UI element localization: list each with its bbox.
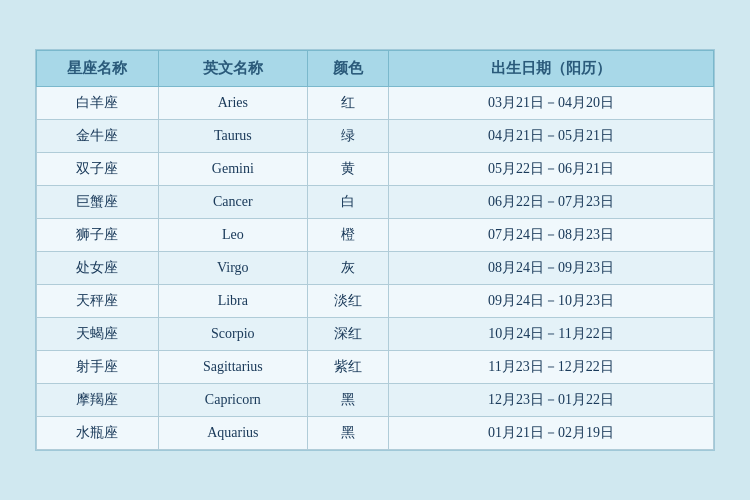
- cell-color: 深红: [307, 318, 388, 351]
- cell-date: 12月23日－01月22日: [389, 384, 714, 417]
- table-header-row: 星座名称 英文名称 颜色 出生日期（阳历）: [37, 51, 714, 87]
- table-row: 天秤座Libra淡红09月24日－10月23日: [37, 285, 714, 318]
- cell-chinese: 金牛座: [37, 120, 159, 153]
- table-row: 摩羯座Capricorn黑12月23日－01月22日: [37, 384, 714, 417]
- cell-english: Capricorn: [158, 384, 307, 417]
- table-row: 白羊座Aries红03月21日－04月20日: [37, 87, 714, 120]
- cell-date: 08月24日－09月23日: [389, 252, 714, 285]
- cell-color: 黑: [307, 384, 388, 417]
- table-row: 巨蟹座Cancer白06月22日－07月23日: [37, 186, 714, 219]
- cell-english: Libra: [158, 285, 307, 318]
- cell-english: Scorpio: [158, 318, 307, 351]
- cell-color: 红: [307, 87, 388, 120]
- table-row: 天蝎座Scorpio深红10月24日－11月22日: [37, 318, 714, 351]
- cell-date: 05月22日－06月21日: [389, 153, 714, 186]
- table-row: 双子座Gemini黄05月22日－06月21日: [37, 153, 714, 186]
- table-row: 水瓶座Aquarius黑01月21日－02月19日: [37, 417, 714, 450]
- header-date: 出生日期（阳历）: [389, 51, 714, 87]
- cell-english: Sagittarius: [158, 351, 307, 384]
- cell-date: 01月21日－02月19日: [389, 417, 714, 450]
- cell-color: 黑: [307, 417, 388, 450]
- cell-english: Gemini: [158, 153, 307, 186]
- cell-date: 04月21日－05月21日: [389, 120, 714, 153]
- zodiac-table-container: 星座名称 英文名称 颜色 出生日期（阳历） 白羊座Aries红03月21日－04…: [35, 49, 715, 451]
- cell-date: 03月21日－04月20日: [389, 87, 714, 120]
- table-row: 金牛座Taurus绿04月21日－05月21日: [37, 120, 714, 153]
- cell-color: 灰: [307, 252, 388, 285]
- cell-date: 11月23日－12月22日: [389, 351, 714, 384]
- cell-chinese: 天蝎座: [37, 318, 159, 351]
- cell-date: 10月24日－11月22日: [389, 318, 714, 351]
- cell-chinese: 射手座: [37, 351, 159, 384]
- cell-chinese: 水瓶座: [37, 417, 159, 450]
- cell-chinese: 双子座: [37, 153, 159, 186]
- table-row: 射手座Sagittarius紫红11月23日－12月22日: [37, 351, 714, 384]
- cell-english: Aries: [158, 87, 307, 120]
- cell-color: 紫红: [307, 351, 388, 384]
- header-color: 颜色: [307, 51, 388, 87]
- table-row: 狮子座Leo橙07月24日－08月23日: [37, 219, 714, 252]
- cell-chinese: 狮子座: [37, 219, 159, 252]
- cell-color: 绿: [307, 120, 388, 153]
- cell-date: 09月24日－10月23日: [389, 285, 714, 318]
- cell-english: Cancer: [158, 186, 307, 219]
- cell-chinese: 巨蟹座: [37, 186, 159, 219]
- cell-date: 06月22日－07月23日: [389, 186, 714, 219]
- cell-chinese: 天秤座: [37, 285, 159, 318]
- cell-color: 黄: [307, 153, 388, 186]
- cell-color: 橙: [307, 219, 388, 252]
- header-english: 英文名称: [158, 51, 307, 87]
- cell-chinese: 处女座: [37, 252, 159, 285]
- cell-color: 淡红: [307, 285, 388, 318]
- cell-english: Taurus: [158, 120, 307, 153]
- table-row: 处女座Virgo灰08月24日－09月23日: [37, 252, 714, 285]
- cell-english: Aquarius: [158, 417, 307, 450]
- cell-color: 白: [307, 186, 388, 219]
- cell-english: Virgo: [158, 252, 307, 285]
- cell-english: Leo: [158, 219, 307, 252]
- cell-chinese: 摩羯座: [37, 384, 159, 417]
- cell-chinese: 白羊座: [37, 87, 159, 120]
- zodiac-table: 星座名称 英文名称 颜色 出生日期（阳历） 白羊座Aries红03月21日－04…: [36, 50, 714, 450]
- header-chinese: 星座名称: [37, 51, 159, 87]
- cell-date: 07月24日－08月23日: [389, 219, 714, 252]
